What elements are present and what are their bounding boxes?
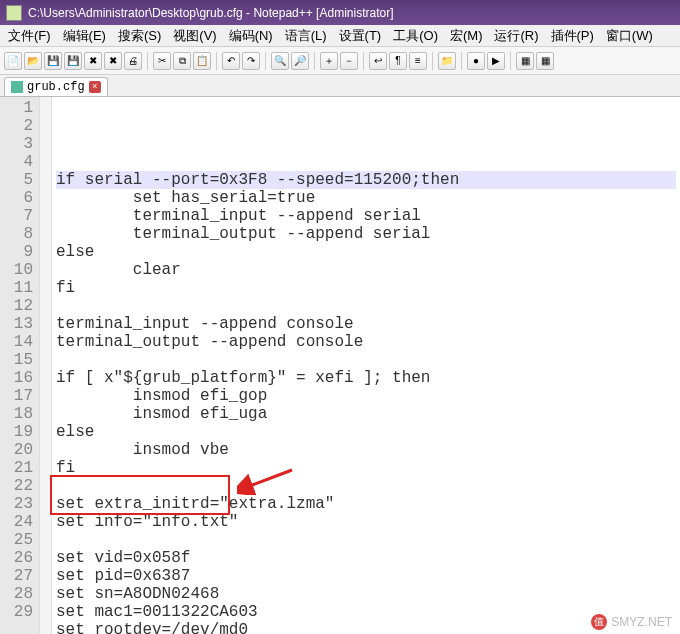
line-gutter: 1234567891011121314151617181920212223242… [0, 97, 40, 634]
zoomout-icon[interactable]: － [340, 52, 358, 70]
code-line[interactable]: insmod efi_gop [56, 387, 676, 405]
separator [314, 52, 315, 70]
code-line[interactable]: insmod vbe [56, 441, 676, 459]
code-line[interactable]: set has_serial=true [56, 189, 676, 207]
line-number: 10 [2, 261, 33, 279]
new-icon[interactable]: 📄 [4, 52, 22, 70]
saveall-icon[interactable]: 💾 [64, 52, 82, 70]
code-line[interactable] [56, 297, 676, 315]
line-number: 5 [2, 171, 33, 189]
tab-label: grub.cfg [27, 80, 85, 94]
code-line[interactable]: if [ x"${grub_platform}" = xefi ]; then [56, 369, 676, 387]
code-line[interactable]: set extra_initrd="extra.lzma" [56, 495, 676, 513]
code-line[interactable] [56, 477, 676, 495]
replace-icon[interactable]: 🔎 [291, 52, 309, 70]
zoomin-icon[interactable]: ＋ [320, 52, 338, 70]
line-number: 25 [2, 531, 33, 549]
separator [265, 52, 266, 70]
code-line[interactable]: set rootdev=/dev/md0 [56, 621, 676, 634]
code-line[interactable]: terminal_output --append serial [56, 225, 676, 243]
redo-icon[interactable]: ↷ [242, 52, 260, 70]
line-number: 8 [2, 225, 33, 243]
code-line[interactable]: set vid=0x058f [56, 549, 676, 567]
app-icon [6, 5, 22, 21]
menu-item[interactable]: 工具(O) [387, 25, 444, 47]
paste-icon[interactable]: 📋 [193, 52, 211, 70]
menu-bar: 文件(F)编辑(E)搜索(S)视图(V)编码(N)语言(L)设置(T)工具(O)… [0, 25, 680, 47]
code-line[interactable]: fi [56, 459, 676, 477]
undo-icon[interactable]: ↶ [222, 52, 240, 70]
code-line[interactable]: set mac1=0011322CA603 [56, 603, 676, 621]
code-line[interactable]: set info="info.txt" [56, 513, 676, 531]
line-number: 13 [2, 315, 33, 333]
title-bar: C:\Users\Administrator\Desktop\grub.cfg … [0, 0, 680, 25]
menu-item[interactable]: 插件(P) [545, 25, 600, 47]
code-line[interactable]: terminal_input --append console [56, 315, 676, 333]
allchars-icon[interactable]: ¶ [389, 52, 407, 70]
code-line[interactable] [56, 531, 676, 549]
closeall-icon[interactable]: ✖ [104, 52, 122, 70]
menu-item[interactable]: 设置(T) [333, 25, 388, 47]
menu-item[interactable]: 文件(F) [2, 25, 57, 47]
code-line[interactable] [56, 351, 676, 369]
watermark-text: SMYZ.NET [611, 615, 672, 629]
line-number: 20 [2, 441, 33, 459]
print-icon[interactable]: 🖨 [124, 52, 142, 70]
code-area[interactable]: if serial --port=0x3F8 --speed=115200;th… [52, 97, 680, 634]
menu-item[interactable]: 窗口(W) [600, 25, 659, 47]
menu-item[interactable]: 运行(R) [488, 25, 544, 47]
macro1-icon[interactable]: ▦ [516, 52, 534, 70]
separator [363, 52, 364, 70]
separator [461, 52, 462, 70]
close-icon[interactable]: ✖ [84, 52, 102, 70]
code-line[interactable]: fi [56, 279, 676, 297]
line-number: 14 [2, 333, 33, 351]
line-number: 12 [2, 297, 33, 315]
menu-item[interactable]: 搜索(S) [112, 25, 167, 47]
copy-icon[interactable]: ⧉ [173, 52, 191, 70]
indent-icon[interactable]: ≡ [409, 52, 427, 70]
toolbar: 📄📂💾💾✖✖🖨✂⧉📋↶↷🔍🔎＋－↩¶≡📁●▶▦▦ [0, 47, 680, 75]
save-icon[interactable]: 💾 [44, 52, 62, 70]
menu-item[interactable]: 编码(N) [223, 25, 279, 47]
wrap-icon[interactable]: ↩ [369, 52, 387, 70]
fold-column [40, 97, 52, 634]
file-icon [11, 81, 23, 93]
menu-item[interactable]: 编辑(E) [57, 25, 112, 47]
code-line[interactable]: set sn=A8ODN02468 [56, 585, 676, 603]
record-icon[interactable]: ● [467, 52, 485, 70]
code-line[interactable]: terminal_input --append serial [56, 207, 676, 225]
code-line[interactable]: else [56, 243, 676, 261]
window-title: C:\Users\Administrator\Desktop\grub.cfg … [28, 6, 393, 20]
separator [147, 52, 148, 70]
tab-grub-cfg[interactable]: grub.cfg × [4, 77, 108, 96]
line-number: 15 [2, 351, 33, 369]
code-line[interactable]: clear [56, 261, 676, 279]
separator [432, 52, 433, 70]
folder-icon[interactable]: 📁 [438, 52, 456, 70]
line-number: 29 [2, 603, 33, 621]
menu-item[interactable]: 视图(V) [167, 25, 222, 47]
code-line[interactable]: insmod efi_uga [56, 405, 676, 423]
code-line[interactable]: terminal_output --append console [56, 333, 676, 351]
line-number: 19 [2, 423, 33, 441]
line-number: 21 [2, 459, 33, 477]
menu-item[interactable]: 语言(L) [279, 25, 333, 47]
code-line[interactable]: else [56, 423, 676, 441]
separator [216, 52, 217, 70]
menu-item[interactable]: 宏(M) [444, 25, 489, 47]
code-line[interactable]: if serial --port=0x3F8 --speed=115200;th… [56, 171, 676, 189]
line-number: 6 [2, 189, 33, 207]
find-icon[interactable]: 🔍 [271, 52, 289, 70]
play-icon[interactable]: ▶ [487, 52, 505, 70]
open-icon[interactable]: 📂 [24, 52, 42, 70]
line-number: 26 [2, 549, 33, 567]
macro2-icon[interactable]: ▦ [536, 52, 554, 70]
line-number: 17 [2, 387, 33, 405]
tab-bar: grub.cfg × [0, 75, 680, 97]
editor[interactable]: 1234567891011121314151617181920212223242… [0, 97, 680, 634]
cut-icon[interactable]: ✂ [153, 52, 171, 70]
close-icon[interactable]: × [89, 81, 101, 93]
code-line[interactable]: set pid=0x6387 [56, 567, 676, 585]
line-number: 28 [2, 585, 33, 603]
